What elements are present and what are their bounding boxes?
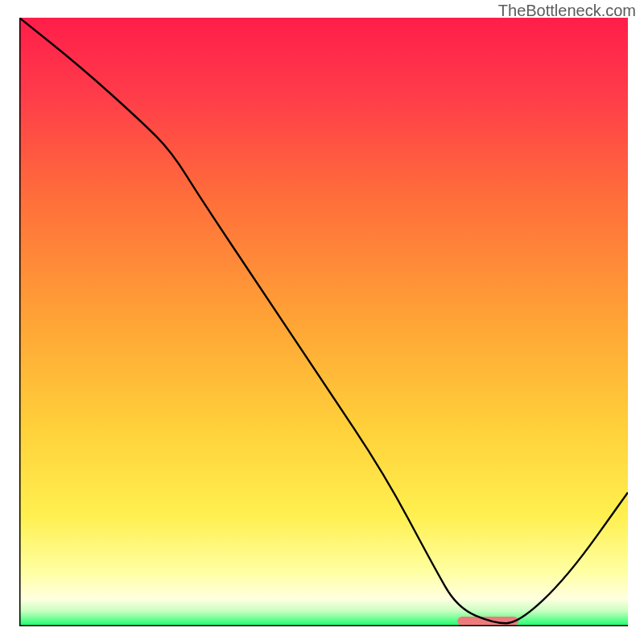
chart-canvas <box>19 18 628 626</box>
chart-background <box>19 18 628 626</box>
watermark-text: TheBottleneck.com <box>498 2 636 20</box>
chart-svg <box>19 18 628 626</box>
